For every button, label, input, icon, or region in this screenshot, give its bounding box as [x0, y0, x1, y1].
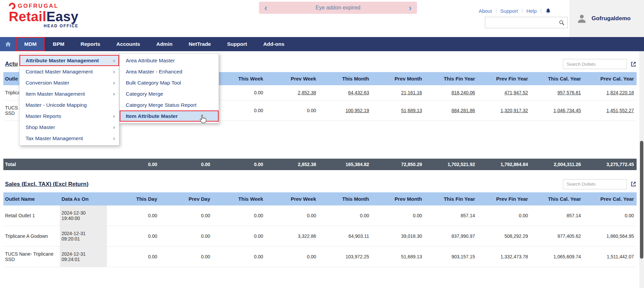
menu-item-contact-master-management[interactable]: Contact Master Management › [20, 66, 119, 77]
global-search-input[interactable] [485, 20, 559, 25]
submenu-item-category-merge[interactable]: Category Merge [120, 88, 219, 99]
col-outlet-name: Outlet Name [3, 192, 60, 205]
col-this-week: This Week [213, 72, 266, 85]
nav-item-reports[interactable]: Reports [72, 37, 108, 51]
col-prev-cal-year: Prev Cal. Year [584, 72, 637, 85]
section2-title: Sales (Excl. TAX) (Excl Return) [3, 181, 88, 188]
value-link[interactable]: 64,432.63 [319, 85, 372, 100]
value-link[interactable]: 957,576.81 [531, 85, 584, 100]
banner-message: Eye addon expired [267, 5, 409, 11]
submenu-arrow-icon: › [113, 124, 115, 131]
value-cell: 857.14 [531, 205, 584, 226]
vertical-scrollbar[interactable] [639, 51, 644, 288]
notification-banner: ‹ Eye addon expired › [259, 2, 417, 14]
table2-header-row: Outlet Name Data As On This Day Prev Day… [3, 192, 637, 205]
nav-item-accounts[interactable]: Accounts [108, 37, 148, 51]
section1-expand-icon[interactable] [630, 61, 637, 67]
menu-item-label: Tax Master Management [26, 135, 83, 141]
section2-tools [563, 179, 637, 189]
section1-search-outlets-input[interactable] [563, 59, 627, 69]
home-icon[interactable] [0, 37, 16, 51]
value-cell: 0.00 [213, 205, 266, 226]
col-data-as-on: Data As On [60, 192, 107, 205]
banner-next-icon[interactable]: › [409, 3, 412, 13]
sales-excl-tax-table: Outlet Name Data As On This Day Prev Day… [3, 192, 637, 288]
value-link[interactable]: 884,281.86 [425, 100, 478, 121]
attribute-master-submenu: Area Attribute Master Area Master - Enha… [119, 53, 219, 123]
submenu-arrow-icon: › [113, 79, 115, 86]
col-this-cal-year: This Cal. Year [531, 192, 584, 205]
value-link[interactable]: 1,046,734.45 [531, 100, 584, 121]
value-link[interactable]: 51,689.13 [372, 100, 425, 121]
empty-area [3, 267, 637, 288]
section2-search-outlets-input[interactable] [563, 179, 627, 189]
menu-item-attribute-master-management[interactable]: Attribute Master Management › [20, 55, 119, 66]
nav-item-mdm[interactable]: MDM [16, 37, 45, 51]
nav-item-support[interactable]: Support [219, 37, 255, 51]
submenu-item-category-merge-status-report[interactable]: Category Merge Status Report [120, 99, 219, 110]
col-prev-day: Prev Day [160, 192, 213, 205]
value-cell: 0.00 [213, 85, 266, 100]
col-this-month: This Month [319, 192, 372, 205]
total-value: 1,702,521.92 [425, 159, 478, 170]
value-cell: 1,511,442.07 [584, 246, 637, 267]
product-name: RetailEasy [9, 9, 78, 24]
value-cell: 103,972.25 [319, 246, 372, 267]
value-cell: 1,332,473.78 [478, 246, 531, 267]
outlet-name-cell: TUCS Nane- Triplicane SSD [3, 246, 60, 267]
submenu-item-area-attribute-master[interactable]: Area Attribute Master [120, 55, 219, 66]
value-link[interactable]: 1,320,917.32 [478, 100, 531, 121]
banner-prev-icon[interactable]: ‹ [264, 3, 267, 13]
total-value: 2,004,311.26 [531, 159, 584, 170]
value-cell: 39,018.30 [372, 226, 425, 246]
search-icon[interactable] [559, 20, 565, 26]
value-cell: 857.14 [425, 205, 478, 226]
menu-item-conversion-master[interactable]: Conversion Master › [20, 77, 119, 88]
nav-item-addons[interactable]: Add-ons [255, 37, 293, 51]
value-link[interactable]: 100,952.19 [319, 100, 372, 121]
submenu-item-item-attribute-master[interactable]: Item Attribute Master [120, 110, 219, 122]
menu-item-tax-master-management[interactable]: Tax Master Management › [20, 133, 119, 144]
col-this-month: This Month [319, 72, 372, 85]
table-row: TUCS Nane- Triplicane SSD 2024-12-31 09:… [3, 246, 637, 267]
col-prev-fin-year: Prev Fin Year [478, 192, 531, 205]
value-cell: 0.00 [160, 246, 213, 267]
value-cell: 0.00 [107, 205, 160, 226]
value-link[interactable]: 1,824,220.18 [584, 85, 637, 100]
link-support[interactable]: Support [500, 8, 518, 14]
link-about[interactable]: About [479, 8, 492, 14]
value-cell: 51,689.13 [372, 246, 425, 267]
nav-item-admin[interactable]: Admin [148, 37, 181, 51]
user-menu[interactable]: Gofrugaldemo [569, 0, 644, 37]
menu-item-label: Contact Master Management [26, 69, 93, 75]
menu-item-label: Master Reports [26, 113, 61, 119]
edition-label: HEAD OFFICE [9, 24, 78, 28]
section2-expand-icon[interactable] [630, 181, 637, 187]
total-empty [60, 159, 107, 170]
value-link[interactable]: 21,161.16 [372, 85, 425, 100]
value-link[interactable]: 1,451,552.27 [584, 100, 637, 121]
menu-item-master-reports[interactable]: Master Reports › [20, 110, 119, 122]
value-link[interactable]: 2,852.38 [266, 85, 319, 100]
link-help[interactable]: Help [526, 8, 537, 14]
menu-item-master-unicode-mapping[interactable]: Master - Unicode Mapping [20, 99, 119, 110]
value-link[interactable]: 818,240.06 [425, 85, 478, 100]
submenu-item-bulk-category-map-tool[interactable]: Bulk Category Map Tool [120, 77, 219, 88]
submenu-arrow-icon: › [113, 57, 115, 64]
nav-item-bpm[interactable]: BPM [45, 37, 72, 51]
notifications-bell-icon[interactable] [545, 7, 551, 14]
submenu-item-area-master-enhanced[interactable]: Area Master - Enhanced [120, 66, 219, 77]
scrollbar-thumb[interactable] [640, 141, 643, 259]
col-prev-cal-year: Prev Cal. Year [584, 192, 637, 205]
value-link[interactable]: 471,947.52 [478, 85, 531, 100]
menu-item-label: Attribute Master Management [26, 58, 99, 64]
menu-item-shop-master[interactable]: Shop Master › [20, 122, 119, 133]
value-cell: 3,322.86 [266, 226, 319, 246]
value-cell: 0.00 [213, 226, 266, 246]
nav-item-nettrade[interactable]: NetTrade [181, 37, 219, 51]
menu-item-item-master-management[interactable]: Item Master Management › [20, 88, 119, 99]
col-prev-fin-year: Prev Fin Year [478, 72, 531, 85]
value-cell: 0.00 [478, 205, 531, 226]
menu-item-label: Shop Master [26, 124, 55, 130]
total-value: 72,850.29 [372, 159, 425, 170]
